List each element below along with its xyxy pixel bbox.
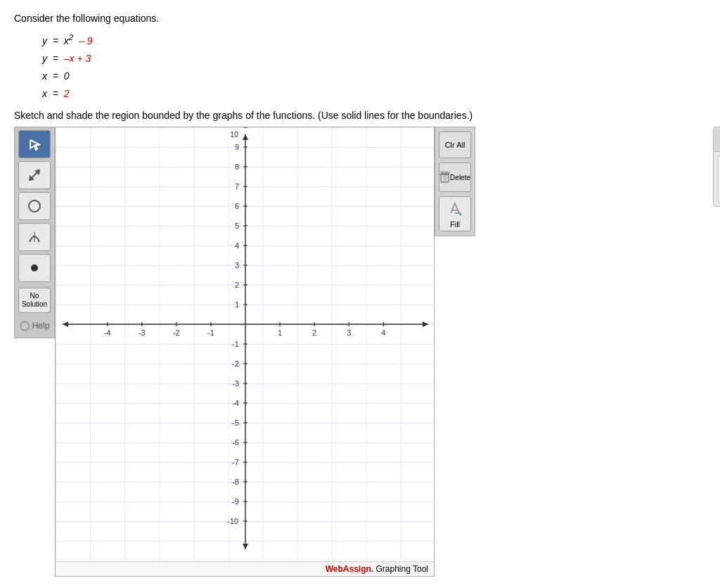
svg-text:-7: -7 (232, 458, 239, 466)
svg-text:1: 1 (278, 328, 282, 337)
svg-text:2: 2 (235, 281, 239, 289)
toolbar: No Solution ◯ Help (14, 127, 55, 338)
svg-text:4: 4 (381, 328, 385, 337)
parabola-tool[interactable] (18, 223, 51, 251)
footer-suffix: Graphing Tool (373, 564, 428, 574)
no-solution-label: No Solution (19, 292, 50, 309)
svg-text:3: 3 (347, 328, 351, 337)
svg-text:-1: -1 (232, 340, 239, 348)
fill-button[interactable]: Fill (439, 196, 471, 231)
svg-text:5: 5 (235, 222, 239, 230)
svg-text:-5: -5 (232, 418, 239, 427)
svg-point-4 (31, 264, 38, 271)
svg-text:-8: -8 (232, 478, 239, 486)
svg-text:-4: -4 (104, 328, 111, 337)
graph-area[interactable]: -4 -3 -2 -1 1 2 3 4 1 (55, 127, 435, 577)
graph-svg: -4 -3 -2 -1 1 2 3 4 1 (56, 127, 435, 560)
svg-text:-10: -10 (227, 517, 238, 525)
clear-all-label: Clr All (445, 141, 465, 149)
svg-text:8: 8 (235, 162, 239, 171)
svg-text:-2: -2 (173, 328, 180, 337)
svg-text:6: 6 (235, 202, 239, 210)
no-solution-button[interactable]: No Solution (18, 288, 51, 313)
svg-text:10: 10 (230, 130, 238, 139)
svg-text:-1: -1 (207, 328, 214, 337)
eq4: x = 2 (42, 85, 706, 103)
eq1: y = x2 – 9 (42, 30, 706, 50)
line-tool[interactable] (18, 161, 51, 189)
help-button[interactable]: ◯ Help (20, 316, 50, 335)
eq2: y = –x + 3 (42, 50, 706, 68)
delete-button[interactable]: Delete Delete (439, 162, 471, 192)
fill-label: Fill (450, 220, 460, 229)
graph-layers-header: Graph Layers « (714, 127, 720, 152)
svg-text:Delete: Delete (439, 170, 450, 175)
webassign-brand: WebAssign. (326, 564, 373, 574)
svg-text:-3: -3 (232, 379, 239, 388)
svg-text:-4: -4 (232, 399, 239, 407)
sketch-label: Sketch and shade the region bounded by t… (14, 110, 706, 121)
graph-container: No Solution ◯ Help (14, 127, 706, 577)
svg-text:4: 4 (235, 241, 239, 250)
delete-label: Delete (450, 174, 470, 181)
svg-text:9: 9 (235, 143, 239, 151)
graph-footer: WebAssign. Graphing Tool (56, 561, 434, 576)
svg-text:3: 3 (235, 261, 239, 269)
svg-text:7: 7 (235, 182, 239, 191)
delete-icon: Delete (439, 169, 450, 186)
circle-tool[interactable] (18, 192, 51, 220)
fill-icon (445, 199, 465, 219)
svg-text:1: 1 (235, 300, 239, 309)
svg-text:-6: -6 (232, 438, 239, 447)
arrow-tool[interactable] (18, 130, 51, 158)
side-controls: Clr All Delete Delete Fill (435, 127, 475, 236)
graph-layers-panel: Graph Layers « After you add an object t… (713, 127, 720, 207)
point-tool[interactable] (18, 254, 51, 282)
svg-point-3 (29, 200, 40, 212)
svg-text:-9: -9 (232, 497, 239, 506)
equations-block: y = x2 – 9 y = –x + 3 x = 0 x = 2 (42, 30, 706, 103)
svg-text:-2: -2 (232, 359, 239, 368)
svg-text:2: 2 (312, 328, 316, 337)
help-label: Help (32, 321, 50, 331)
intro-text: Consider the following equations. (14, 13, 706, 24)
svg-rect-68 (441, 174, 449, 182)
svg-text:-3: -3 (139, 328, 146, 337)
clear-all-button[interactable]: Clr All (439, 132, 471, 158)
eq3: x = 0 (42, 68, 706, 85)
